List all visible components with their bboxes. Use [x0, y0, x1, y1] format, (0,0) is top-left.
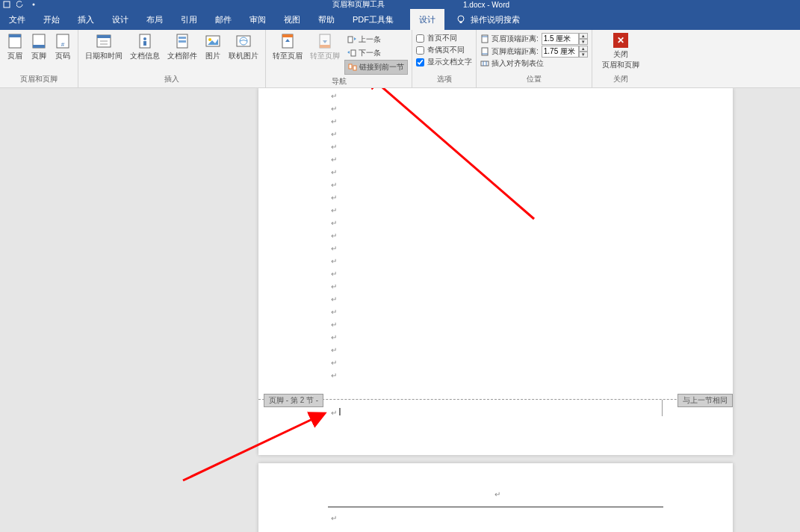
- goto-footer-icon: [317, 33, 333, 49]
- paragraph-mark: ↵: [331, 333, 337, 341]
- spinner-up[interactable]: ▲: [579, 46, 588, 52]
- tab-home[interactable]: 开始: [34, 9, 69, 30]
- goto-header-button[interactable]: 转至页眉: [270, 31, 306, 63]
- paragraph-mark: ↵: [331, 359, 337, 367]
- header-button[interactable]: 页眉: [4, 31, 26, 63]
- group-position: 页眉顶端距离: ▲ ▼ 页脚底端距离: ▲ ▼ 插入对齐制表位: [477, 30, 592, 87]
- footer-from-bottom-row: 页脚底端距离: ▲ ▼: [480, 46, 588, 58]
- picture-icon: [205, 33, 221, 49]
- group-navigation: 转至页眉 转至页脚 上一条 下一条: [266, 30, 412, 87]
- context-tab-title: 页眉和页脚工具: [332, 0, 385, 10]
- diff-odd-even-checkbox[interactable]: 奇偶页不同: [416, 45, 472, 55]
- svg-rect-11: [97, 35, 111, 38]
- align-tab-icon: [480, 59, 489, 68]
- close-header-footer-button[interactable]: ✕ 关闭 页眉和页脚: [596, 31, 645, 72]
- paragraph-mark: ↵: [331, 371, 337, 380]
- insert-align-tab-button[interactable]: 插入对齐制表位: [480, 58, 588, 69]
- undo-icon[interactable]: [16, 1, 24, 8]
- doc-parts-button[interactable]: 文档部件: [164, 31, 200, 63]
- redo-icon[interactable]: [30, 1, 37, 8]
- svg-text:#: #: [61, 41, 65, 48]
- paragraph-mark: ↵: [331, 282, 337, 291]
- tell-me-search[interactable]: 操作说明搜索: [456, 14, 520, 25]
- svg-rect-18: [179, 37, 186, 39]
- document-canvas[interactable]: ↵ ↵ ↵ ↵ ↵ ↵ ↵ ↵ ↵ ↵ ↵ ↵ ↵ ↵ ↵ ↵ ↵ ↵ ↵ ↵ …: [0, 88, 800, 532]
- svg-rect-31: [348, 37, 353, 43]
- paragraph-mark: ↵: [331, 206, 337, 214]
- document-page-1[interactable]: ↵ ↵ ↵ ↵ ↵ ↵ ↵ ↵ ↵ ↵ ↵ ↵ ↵ ↵ ↵ ↵ ↵ ↵ ↵ ↵ …: [258, 88, 733, 455]
- tab-help[interactable]: 帮助: [309, 9, 344, 30]
- page-number-button[interactable]: # 页码: [52, 31, 74, 63]
- header-distance-icon: [480, 34, 489, 43]
- paragraph-mark: ↵: [331, 308, 337, 316]
- close-icon: ✕: [613, 33, 628, 48]
- search-label: 操作说明搜索: [471, 14, 520, 25]
- paragraph-mark: ↵: [331, 321, 337, 329]
- group-label: 位置: [480, 72, 588, 86]
- svg-rect-36: [353, 66, 356, 70]
- header-from-top-row: 页眉顶端距离: ▲ ▼: [480, 33, 588, 45]
- next-icon: [347, 49, 356, 58]
- next-button[interactable]: 下一条: [344, 46, 408, 60]
- svg-point-15: [143, 37, 146, 40]
- text-cursor: I: [338, 406, 341, 418]
- document-page-2[interactable]: ↵ ↵ 页眉 - 第 2 节 -: [258, 463, 733, 532]
- header-distance-input[interactable]: [542, 33, 579, 45]
- paragraph-mark: ↵: [331, 117, 337, 126]
- diff-first-page-checkbox[interactable]: 首页不同: [416, 33, 472, 43]
- group-label: 关闭: [596, 72, 645, 86]
- spinner-down[interactable]: ▼: [579, 52, 588, 58]
- tab-mailings[interactable]: 邮件: [206, 9, 241, 30]
- svg-marker-32: [354, 37, 356, 40]
- group-label: 插入: [82, 72, 261, 86]
- svg-marker-34: [347, 51, 350, 54]
- goto-footer-button[interactable]: 转至页脚: [307, 31, 343, 63]
- tab-layout[interactable]: 布局: [137, 9, 172, 30]
- paragraph-mark: ↵: [331, 194, 337, 202]
- tab-design[interactable]: 设计: [103, 9, 137, 30]
- checkbox-input[interactable]: [416, 58, 424, 66]
- group-insert: 日期和时间 文档信息 文档部件 图片 联机图片 插入: [78, 30, 266, 87]
- svg-rect-5: [9, 34, 21, 37]
- date-time-button[interactable]: 日期和时间: [82, 31, 125, 63]
- paragraph-mark: ↵: [331, 346, 337, 354]
- previous-button[interactable]: 上一条: [344, 33, 408, 46]
- spinner-up[interactable]: ▲: [579, 33, 588, 39]
- checkbox-input[interactable]: [416, 34, 424, 43]
- online-pictures-button[interactable]: 联机图片: [226, 31, 261, 63]
- calendar-icon: [96, 33, 112, 49]
- save-icon[interactable]: [3, 1, 10, 8]
- checkbox-input[interactable]: [416, 46, 424, 55]
- footer-distance-input[interactable]: [542, 46, 579, 58]
- svg-rect-26: [282, 34, 293, 37]
- doc-parts-icon: [174, 33, 190, 49]
- page-number-icon: #: [55, 33, 71, 49]
- group-options: 首页不同 奇偶页不同 显示文档文字 选项: [412, 30, 477, 87]
- group-header-footer: 页眉 页脚 # 页码 页眉和页脚: [0, 30, 78, 87]
- pictures-button[interactable]: 图片: [202, 31, 224, 63]
- group-label: 页眉和页脚: [4, 72, 74, 86]
- show-doc-text-checkbox[interactable]: 显示文档文字: [416, 57, 472, 67]
- footer-button[interactable]: 页脚: [28, 31, 50, 63]
- paragraph-mark: ↵: [331, 168, 337, 176]
- paragraph-mark: ↵: [494, 490, 500, 498]
- svg-rect-16: [143, 41, 146, 46]
- tab-review[interactable]: 审阅: [241, 9, 275, 30]
- tab-insert[interactable]: 插入: [69, 9, 103, 30]
- spinner-down[interactable]: ▼: [579, 39, 588, 45]
- tab-file[interactable]: 文件: [0, 9, 34, 30]
- footer-region[interactable]: 页脚 - 第 2 节 - 与上一节相同 ↵ I: [258, 399, 733, 455]
- lightbulb-icon: [456, 14, 466, 25]
- svg-point-2: [458, 16, 464, 22]
- tab-view[interactable]: 视图: [275, 9, 309, 30]
- paragraph-mark: ↵: [331, 514, 337, 522]
- tab-references[interactable]: 引用: [172, 9, 206, 30]
- svg-rect-0: [4, 1, 10, 7]
- header-region[interactable]: [328, 507, 663, 507]
- doc-info-button[interactable]: 文档信息: [127, 31, 163, 63]
- link-to-previous-button[interactable]: 链接到前一节: [344, 60, 408, 75]
- same-as-previous-label: 与上一节相同: [677, 394, 733, 407]
- ribbon-tabs: 文件 开始 插入 设计 布局 引用 邮件 审阅 视图 帮助 PDF工具集 设计 …: [0, 9, 800, 30]
- tab-pdf[interactable]: PDF工具集: [344, 9, 403, 30]
- tab-design-context[interactable]: 设计: [410, 9, 444, 30]
